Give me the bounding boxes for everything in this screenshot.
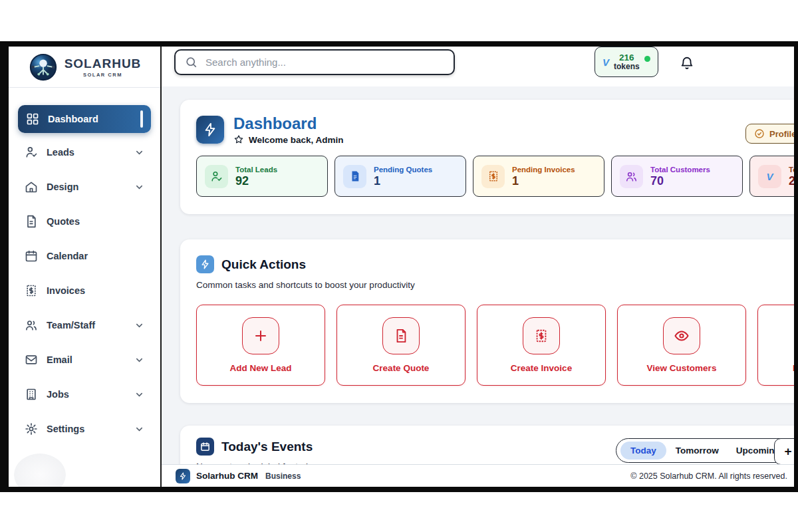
sidebar-item-label: Dashboard xyxy=(48,114,132,124)
sidebar-item-label: Design xyxy=(47,182,126,192)
section-subtitle: Common tasks and shortcuts to boost your… xyxy=(196,280,794,290)
sidebar-item-label: Settings xyxy=(47,424,126,434)
stat-label: Total Leads xyxy=(235,166,277,174)
main-area: V 216 tokens Dashboard xyxy=(162,47,794,487)
sidebar-item-jobs[interactable]: Jobs xyxy=(18,384,151,404)
events-icon-box xyxy=(196,438,214,456)
invoice-dollar-icon xyxy=(481,165,505,188)
section-title: Quick Actions xyxy=(221,257,306,272)
calendar-icon xyxy=(25,249,38,263)
user-check-icon xyxy=(205,165,228,188)
footer-plan-badge: Business xyxy=(265,471,301,481)
plus-icon xyxy=(242,317,279,354)
lightning-icon xyxy=(200,259,210,269)
view-customers-button[interactable]: View Customers xyxy=(617,305,746,386)
invoice-dollar-icon xyxy=(25,284,38,297)
tab-tomorrow[interactable]: Tomorrow xyxy=(668,442,727,460)
search-input[interactable] xyxy=(205,57,444,68)
sidebar-item-label: Calendar xyxy=(47,251,144,261)
notifications-button[interactable] xyxy=(680,56,694,72)
app-window: SOLARHUB SOLAR CRM Dashboard Leads Desig… xyxy=(0,41,798,492)
footer-brand-icon xyxy=(176,469,190,483)
chevron-down-icon xyxy=(134,148,144,158)
add-event-button[interactable]: + xyxy=(774,438,794,464)
sidebar-menu: Dashboard Leads Design Quotes Calendar xyxy=(9,88,160,439)
chevron-down-icon xyxy=(134,321,144,331)
sidebar-item-label: Jobs xyxy=(47,389,126,400)
sidebar-item-calendar[interactable]: Calendar xyxy=(18,246,151,266)
create-quote-button[interactable]: Create Quote xyxy=(336,305,466,386)
file-text-icon xyxy=(25,215,38,228)
welcome-message: Welcome back, Admin xyxy=(249,135,344,145)
footer-brand-name: Solarhub CRM xyxy=(196,471,258,481)
invoice-dollar-icon xyxy=(523,317,560,354)
email-action-button[interactable]: Email xyxy=(757,305,794,386)
sidebar-item-email[interactable]: Email xyxy=(18,350,151,370)
stat-label: Total Customers xyxy=(650,166,710,174)
users-icon xyxy=(620,165,643,188)
sidebar-item-team-staff[interactable]: Team/Staff xyxy=(18,315,151,335)
add-new-lead-button[interactable]: Add New Lead xyxy=(196,305,325,386)
sidebar-item-label: Team/Staff xyxy=(47,320,126,331)
token-count: 216 xyxy=(619,53,634,63)
chevron-down-icon xyxy=(134,355,144,365)
brand-name: SOLARHUB xyxy=(65,57,142,71)
stat-pending-quotes: Pending Quotes 1 xyxy=(334,156,466,197)
stat-value: 92 xyxy=(235,175,277,187)
stat-value: 1 xyxy=(374,175,432,187)
stat-tokens: V Tokens 216 xyxy=(749,156,794,197)
lightning-icon xyxy=(179,472,187,480)
footer: Solarhub CRM Business © 2025 Solarhub CR… xyxy=(162,464,794,487)
action-label: Email xyxy=(758,363,794,373)
chevron-down-icon xyxy=(134,390,144,400)
action-label: Create Quote xyxy=(337,363,465,373)
users-icon xyxy=(25,319,38,332)
dashboard-icon-box xyxy=(196,116,224,144)
sidebar-item-quotes[interactable]: Quotes xyxy=(18,211,151,231)
sidebar-item-design[interactable]: Design xyxy=(18,177,151,197)
action-label: Add New Lead xyxy=(197,363,325,373)
create-invoice-button[interactable]: Create Invoice xyxy=(477,305,606,386)
quick-actions-icon-box xyxy=(196,255,214,273)
stat-label: Pending Quotes xyxy=(374,166,432,174)
stat-pending-invoices: Pending Invoices 1 xyxy=(473,156,604,197)
search-icon xyxy=(185,56,198,68)
star-icon xyxy=(233,134,244,145)
search-bar[interactable] xyxy=(174,49,455,75)
action-label: View Customers xyxy=(618,363,745,373)
chevron-down-icon xyxy=(134,424,144,434)
check-circle-icon xyxy=(754,128,765,139)
grid-icon xyxy=(26,112,39,126)
brand-logo: SOLARHUB SOLAR CRM xyxy=(9,47,160,88)
sidebar-item-invoices[interactable]: Invoices xyxy=(18,281,151,301)
sidebar-item-label: Invoices xyxy=(47,285,144,296)
sidebar-decoration xyxy=(14,454,66,492)
status-dot xyxy=(644,56,650,62)
building-icon xyxy=(25,388,38,401)
token-icon: V xyxy=(602,57,609,68)
dashboard-header-card: Dashboard Welcome back, Admin Profile: 1 xyxy=(180,100,794,214)
stat-label: Tokens xyxy=(789,166,794,174)
profile-completion-badge[interactable]: Profile: 1 xyxy=(745,124,794,144)
active-indicator xyxy=(140,110,143,128)
quick-actions-card: Quick Actions Common tasks and shortcuts… xyxy=(180,239,794,403)
brand-tagline: SOLAR CRM xyxy=(83,72,122,78)
dashboard-content: Dashboard Welcome back, Admin Profile: 1 xyxy=(162,86,794,464)
bell-icon xyxy=(680,56,694,70)
sidebar-item-settings[interactable]: Settings xyxy=(18,419,151,439)
quick-actions-row: Add New Lead Create Quote Create Invoice xyxy=(196,305,794,386)
user-check-icon xyxy=(25,146,38,159)
token-balance-badge[interactable]: V 216 tokens xyxy=(595,47,658,77)
sidebar: SOLARHUB SOLAR CRM Dashboard Leads Desig… xyxy=(9,47,162,487)
sidebar-item-dashboard[interactable]: Dashboard xyxy=(18,105,151,133)
action-label: Create Invoice xyxy=(477,363,605,373)
stat-total-leads: Total Leads 92 xyxy=(196,156,328,197)
tab-today[interactable]: Today xyxy=(620,442,666,460)
topbar: V 216 tokens xyxy=(162,47,794,86)
stat-value: 1 xyxy=(512,175,575,187)
mail-icon xyxy=(25,353,38,366)
profile-badge-label: Profile: 1 xyxy=(769,129,794,139)
sidebar-item-label: Quotes xyxy=(47,216,144,227)
section-title: Today's Events xyxy=(221,440,313,454)
sidebar-item-leads[interactable]: Leads xyxy=(18,142,151,162)
